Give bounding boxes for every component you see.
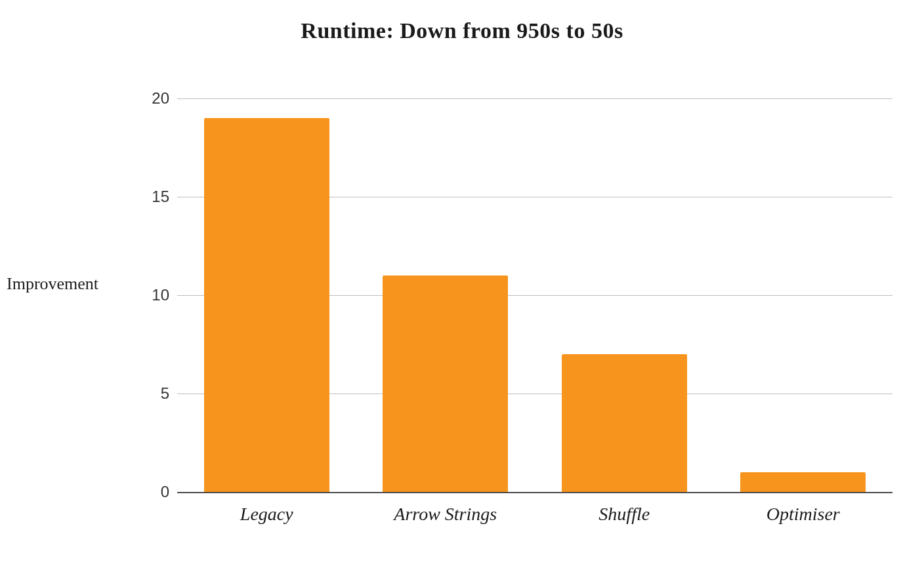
y-tick-label: 0 (161, 483, 169, 501)
y-tick-label: 15 (152, 188, 169, 206)
bar (740, 472, 866, 492)
y-tick-label: 20 (152, 89, 169, 108)
bar (562, 354, 687, 492)
x-tick-label: Optimiser (766, 504, 840, 525)
x-axis-line (177, 492, 892, 493)
chart-container: Runtime: Down from 950s to 50s Improveme… (0, 0, 924, 568)
plot-area: 05101520LegacyArrow StringsShuffleOptimi… (177, 98, 892, 492)
y-axis-label: Improvement (7, 274, 98, 294)
bar (383, 275, 508, 492)
x-tick-label: Legacy (240, 504, 293, 525)
x-tick-label: Arrow Strings (394, 504, 497, 525)
chart-title: Runtime: Down from 950s to 50s (0, 18, 924, 43)
plot-inner: 05101520LegacyArrow StringsShuffleOptimi… (177, 98, 892, 492)
gridline (177, 98, 892, 99)
y-tick-label: 5 (161, 384, 169, 403)
x-tick-label: Shuffle (598, 504, 650, 525)
y-tick-label: 10 (152, 286, 169, 304)
bar (204, 118, 329, 492)
